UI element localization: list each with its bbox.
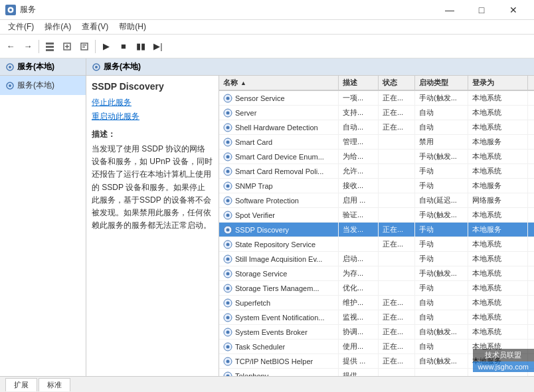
table-row[interactable]: Smart Card Removal Poli... 允许... 手动 本地系统 <box>219 164 534 179</box>
cell-status <box>379 369 415 376</box>
table-row[interactable]: Shell Hardware Detection 自动... 正在... 自动 … <box>219 120 534 135</box>
cell-logon: 本地系统 <box>468 120 528 134</box>
table-row[interactable]: SSDP Discovery 当发... 正在... 手动 本地服务 <box>219 223 534 237</box>
menu-action[interactable]: 操作(A) <box>39 20 76 34</box>
svg-point-32 <box>226 199 230 202</box>
cell-desc: 提供... <box>339 369 379 376</box>
maximize-button[interactable]: □ <box>466 0 497 20</box>
col-header-name[interactable]: 名称 ▲ <box>219 76 339 90</box>
cell-startup: 手动 <box>415 237 468 251</box>
menu-file[interactable]: 文件(F) <box>3 20 39 34</box>
status-bar: 扩展 标准 <box>0 376 534 392</box>
table-row[interactable]: System Event Notification... 监视... 正在...… <box>219 310 534 325</box>
menu-bar: 文件(F) 操作(A) 查看(V) 帮助(H) <box>0 20 534 35</box>
table-row[interactable]: Smart Card Device Enum... 为给... 手动(触发...… <box>219 149 534 164</box>
table-row[interactable]: Task Scheduler 使用... 正在... 自动 本地系统 <box>219 340 534 354</box>
table-row[interactable]: System Events Broker 协调... 正在... 自动(触发..… <box>219 325 534 340</box>
cell-startup: 自动 <box>415 106 468 120</box>
cell-status: 正在... <box>379 223 415 237</box>
table-row[interactable]: SNMP Trap 接收... 手动 本地服务 <box>219 179 534 193</box>
forward-button[interactable]: → <box>20 39 36 54</box>
cell-startup: 自动(触发... <box>415 325 468 339</box>
restart-button[interactable]: ▶| <box>150 39 166 54</box>
menu-view[interactable]: 查看(V) <box>76 20 114 34</box>
cell-name: Storage Tiers Managem... <box>219 281 339 295</box>
table-row[interactable]: Smart Card 管理... 禁用 本地服务 <box>219 135 534 149</box>
detail-desc-label: 描述： <box>92 129 213 140</box>
cell-startup: 自动 <box>415 296 468 310</box>
left-panel-item-label: 服务(本地) <box>17 80 54 91</box>
cell-name: Still Image Acquisition Ev... <box>219 252 339 266</box>
table-row[interactable]: Storage Tiers Managem... 优化... 手动 本地系统 <box>219 281 534 296</box>
right-header-icon <box>92 62 101 72</box>
table-body[interactable]: Sensor Service 一项... 正在... 手动(触发... 本地系统… <box>219 91 534 376</box>
col-header-startup[interactable]: 启动类型 <box>415 76 468 90</box>
cell-status: 正在... <box>379 325 415 339</box>
svg-point-14 <box>9 84 11 87</box>
cell-desc: 维护... <box>339 296 379 310</box>
show-hide-button[interactable] <box>42 39 58 54</box>
stop-service-link[interactable]: 停止此服务 <box>92 97 213 108</box>
cell-status: 正在... <box>379 296 415 310</box>
cell-status: 正在... <box>379 310 415 324</box>
table-row[interactable]: Telephony 提供... <box>219 369 534 376</box>
tab-expand[interactable]: 扩展 <box>5 378 37 391</box>
cell-name: Spot Verifier <box>219 208 339 222</box>
pause-button[interactable]: ▮▮ <box>133 39 149 54</box>
close-button[interactable]: ✕ <box>498 0 529 20</box>
cell-desc <box>339 237 379 251</box>
table-row[interactable]: Software Protection 启用 ... 自动(延迟... 网络服务 <box>219 193 534 208</box>
properties-button[interactable] <box>76 39 92 54</box>
restart-service-link[interactable]: 重启动此服务 <box>92 111 213 122</box>
toolbar: ← → ▶ ■ ▮▮ ▶| <box>0 35 534 58</box>
title-text: 服务 <box>20 4 36 15</box>
table-row[interactable]: Storage Service 为存... 手动(触发... 本地系统 <box>219 266 534 281</box>
cell-name: TCP/IP NetBIOS Helper <box>219 354 339 368</box>
cell-status <box>379 164 415 178</box>
services-table: 名称 ▲ 描述 状态 启动类型 登录为 Sensor Service 一项...… <box>219 76 534 376</box>
back-button[interactable]: ← <box>3 39 19 54</box>
cell-startup: 手动 <box>415 252 468 266</box>
start-button[interactable]: ▶ <box>98 39 114 54</box>
cell-status <box>379 266 415 280</box>
menu-help[interactable]: 帮助(H) <box>114 20 151 34</box>
cell-startup: 手动(触发... <box>415 91 468 105</box>
app-icon <box>5 5 16 15</box>
table-row[interactable]: Spot Verifier 验证... 手动(触发... 本地系统 <box>219 208 534 223</box>
cell-status: 正在... <box>379 237 415 251</box>
tab-standard[interactable]: 标准 <box>39 378 70 391</box>
cell-name: Server <box>219 106 339 120</box>
cell-logon: 本地系统 <box>468 164 528 178</box>
cell-logon: 本地系统 <box>468 310 528 324</box>
table-row[interactable]: Still Image Acquisition Ev... 启动... 手动 本… <box>219 252 534 266</box>
table-row[interactable]: State Repository Service 正在... 手动 本地系统 <box>219 237 534 252</box>
expand-button[interactable] <box>59 39 75 54</box>
cell-name: Superfetch <box>219 296 339 310</box>
svg-point-30 <box>226 184 230 187</box>
cell-name: SNMP Trap <box>219 179 339 193</box>
right-header-title: 服务(本地) <box>104 61 141 72</box>
cell-logon: 本地系统 <box>468 296 528 310</box>
minimize-button[interactable]: — <box>434 0 465 20</box>
content-area: SSDP Discovery 停止此服务 重启动此服务 描述： 当发现了使用 S… <box>86 76 534 376</box>
svg-point-12 <box>9 66 11 68</box>
table-row[interactable]: Superfetch 维护... 正在... 自动 本地系统 <box>219 296 534 310</box>
cell-logon: 本地服务 <box>468 179 528 193</box>
table-row[interactable]: Server 支持... 正在... 自动 本地系统 <box>219 106 534 120</box>
services-icon <box>5 62 15 72</box>
svg-point-42 <box>226 272 230 275</box>
svg-point-18 <box>226 96 230 100</box>
table-row[interactable]: Sensor Service 一项... 正在... 手动(触发... 本地系统 <box>219 91 534 106</box>
stop-button[interactable]: ■ <box>116 39 132 54</box>
col-header-logon[interactable]: 登录为 <box>468 76 528 90</box>
table-row[interactable]: TCP/IP NetBIOS Helper 提供 ... 正在... 自动(触发… <box>219 354 534 369</box>
left-panel-header: 服务(本地) <box>0 58 86 76</box>
left-panel-item-local[interactable]: 服务(本地) <box>0 76 86 95</box>
col-header-status[interactable]: 状态 <box>379 76 415 90</box>
cell-name: Telephony <box>219 369 339 376</box>
main-area: 服务(本地) 服务(本地) 服务(本地) SSDP Discovery 停止此服… <box>0 58 534 376</box>
cell-name: State Repository Service <box>219 237 339 251</box>
col-header-desc[interactable]: 描述 <box>339 76 379 90</box>
svg-rect-2 <box>46 43 54 45</box>
svg-point-44 <box>226 286 230 290</box>
